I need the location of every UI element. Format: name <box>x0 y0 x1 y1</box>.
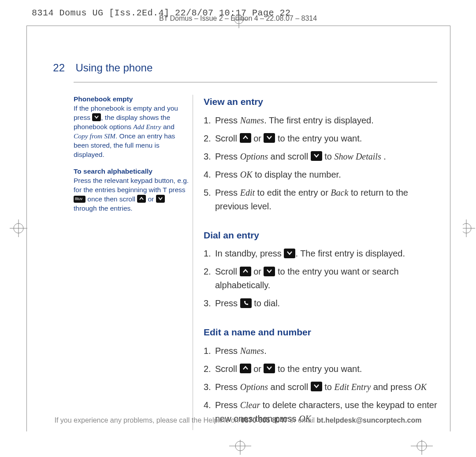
step: 1.Press Names. <box>204 344 437 358</box>
divider <box>74 82 437 82</box>
helpline-phone: 0870 605 8047 <box>241 416 288 424</box>
sidebar: Phonebook empty If the phonebook is empt… <box>74 95 189 430</box>
step: 3.Press to dial. <box>204 297 437 310</box>
helpline-email: bt.helpdesk@suncorptech.com <box>317 416 422 424</box>
down-key-icon <box>264 133 275 143</box>
page-number: 22 <box>41 62 74 74</box>
down-key-icon <box>264 267 275 276</box>
up-key-icon <box>240 364 251 373</box>
sidebar-heading: To search alphabetically <box>74 167 189 176</box>
registration-mark-icon <box>10 219 27 237</box>
registration-mark-icon <box>229 440 251 456</box>
down-key-icon <box>311 382 322 391</box>
down-key-icon <box>156 195 165 203</box>
subsection-heading: Edit a name and number <box>204 325 437 340</box>
content: 22 Using the phone Phonebook empty If th… <box>41 62 437 430</box>
page: 8314 Domus UG [Iss.2Ed.4] 22/8/07 10:17 … <box>0 0 476 457</box>
step: 1.In standby, press . The first entry is… <box>204 247 437 260</box>
up-key-icon <box>137 195 146 203</box>
up-key-icon <box>240 267 251 276</box>
subsection-heading: View an entry <box>204 95 437 109</box>
registration-mark-icon <box>411 440 433 456</box>
down-key-icon <box>284 249 295 258</box>
section-title: Using the phone <box>75 62 152 74</box>
keypad-8-icon: 8tuv <box>74 196 86 203</box>
step: 3.Press Options and scroll to Edit Entry… <box>204 380 437 394</box>
footer: If you experience any problems, please c… <box>0 416 476 424</box>
down-key-icon <box>264 364 275 373</box>
down-key-icon <box>92 113 101 121</box>
sidebar-text: If the phonebook is empty and you press … <box>74 104 189 160</box>
registration-mark-icon <box>463 219 476 237</box>
subsection-heading: Dial an entry <box>204 228 437 243</box>
column-divider <box>193 95 193 430</box>
call-key-icon <box>240 298 252 308</box>
sidebar-text: Press the relevant keypad button, e.g. f… <box>74 176 189 213</box>
step: 3.Press Options and scroll to Show Detai… <box>204 150 437 163</box>
step: 2.Scroll or to the entry you want. <box>204 132 437 145</box>
main-column: View an entry 1.Press Names. The first e… <box>204 95 437 430</box>
sidebar-heading: Phonebook empty <box>74 95 189 104</box>
step: 4.Press OK to display the number. <box>204 168 437 182</box>
step: 2.Scroll or to the entry you want or sea… <box>204 265 437 292</box>
step: 1.Press Names. The first entry is displa… <box>204 114 437 127</box>
up-key-icon <box>240 133 251 143</box>
down-key-icon <box>311 151 322 161</box>
step: 5.Press Edit to edit the entry or Back t… <box>204 186 437 213</box>
step: 2.Scroll or to the entry you want. <box>204 362 437 376</box>
